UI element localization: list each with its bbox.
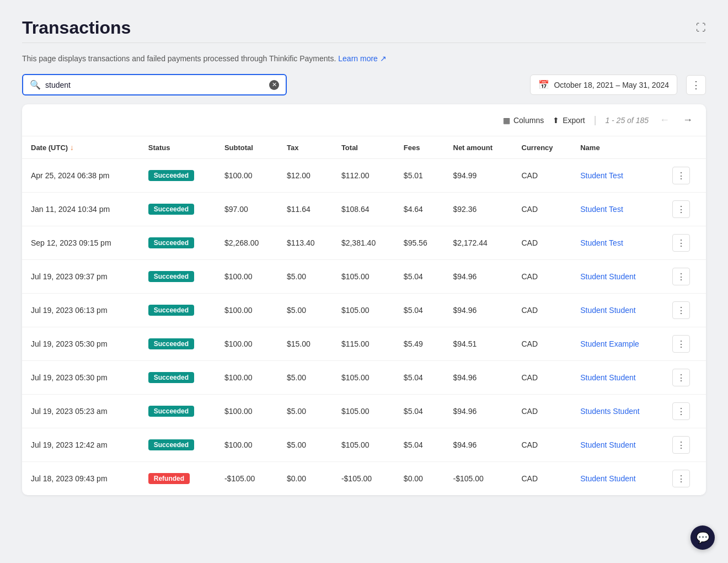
search-icon: 🔍 (30, 79, 41, 90)
row-more-button[interactable]: ⋮ (672, 470, 690, 487)
cell-net: $2,172.44 (445, 226, 513, 260)
prev-page-button[interactable]: ← (657, 113, 672, 127)
name-link[interactable]: Student Example (580, 339, 639, 348)
cell-tax: $5.00 (278, 294, 333, 327)
row-more-button[interactable]: ⋮ (672, 200, 690, 218)
name-link[interactable]: Student Test (580, 171, 623, 180)
cell-fees: $0.00 (395, 462, 445, 496)
cell-name: Student Student (571, 294, 663, 327)
col-net[interactable]: Net amount (445, 136, 513, 159)
row-more-button[interactable]: ⋮ (672, 369, 690, 386)
cell-tax: $113.40 (278, 226, 333, 260)
table-row: Jan 11, 2024 10:34 pm Succeeded $97.00 $… (22, 193, 706, 226)
col-currency[interactable]: Currency (513, 136, 572, 159)
status-badge: Succeeded (148, 338, 194, 349)
name-link[interactable]: Student Test (580, 205, 623, 214)
cell-currency: CAD (513, 327, 572, 361)
cell-status: Refunded (140, 462, 216, 496)
export-button[interactable]: ⬆ Export (553, 116, 585, 125)
search-box[interactable]: 🔍 ✕ (22, 74, 287, 95)
cell-date: Jul 18, 2023 09:43 pm (22, 462, 140, 496)
name-link[interactable]: Student Student (580, 306, 635, 315)
cell-subtotal: $100.00 (216, 428, 278, 462)
cell-actions: ⋮ (663, 260, 706, 294)
row-more-button[interactable]: ⋮ (672, 301, 690, 319)
col-date[interactable]: Date (UTC) ↓ (22, 136, 140, 159)
cell-total: $105.00 (333, 395, 395, 428)
cell-subtotal: $97.00 (216, 193, 278, 226)
row-more-button[interactable]: ⋮ (672, 268, 690, 285)
date-range-more-button[interactable]: ⋮ (686, 75, 706, 95)
cell-date: Jul 19, 2023 12:42 am (22, 428, 140, 462)
row-more-button[interactable]: ⋮ (672, 436, 690, 454)
cell-actions: ⋮ (663, 226, 706, 260)
col-subtotal[interactable]: Subtotal (216, 136, 278, 159)
col-status[interactable]: Status (140, 136, 216, 159)
name-link[interactable]: Student Student (580, 474, 635, 483)
cell-total: $105.00 (333, 260, 395, 294)
status-badge: Succeeded (148, 372, 194, 383)
chat-bubble-button[interactable]: 💬 (690, 525, 715, 550)
toolbar-separator: | (594, 114, 597, 126)
cell-subtotal: $100.00 (216, 395, 278, 428)
transactions-table: Date (UTC) ↓ Status Subtotal Tax Total F… (22, 136, 706, 495)
page-title: Transactions (22, 18, 131, 38)
row-more-button[interactable]: ⋮ (672, 402, 690, 420)
cell-actions: ⋮ (663, 462, 706, 496)
cell-actions: ⋮ (663, 193, 706, 226)
cell-currency: CAD (513, 428, 572, 462)
cell-status: Succeeded (140, 428, 216, 462)
date-range-picker[interactable]: 📅 October 18, 2021 – May 31, 2024 (530, 75, 677, 95)
cell-name: Student Example (571, 327, 663, 361)
cell-fees: $5.04 (395, 294, 445, 327)
cell-fees: $95.56 (395, 226, 445, 260)
cell-date: Jul 19, 2023 05:30 pm (22, 327, 140, 361)
cell-status: Succeeded (140, 193, 216, 226)
cell-currency: CAD (513, 226, 572, 260)
row-more-button[interactable]: ⋮ (672, 167, 690, 184)
cell-total: $105.00 (333, 428, 395, 462)
cell-total: $112.00 (333, 159, 395, 193)
cell-date: Jul 19, 2023 06:13 pm (22, 294, 140, 327)
name-link[interactable]: Student Test (580, 238, 623, 247)
calendar-icon: 📅 (538, 79, 549, 90)
col-name[interactable]: Name (571, 136, 663, 159)
cell-total: $105.00 (333, 294, 395, 327)
cell-tax: $0.00 (278, 462, 333, 496)
expand-icon[interactable]: ⛶ (696, 22, 706, 34)
cell-subtotal: $100.00 (216, 327, 278, 361)
cell-currency: CAD (513, 294, 572, 327)
cell-tax: $5.00 (278, 395, 333, 428)
col-total[interactable]: Total (333, 136, 395, 159)
cell-name: Student Test (571, 193, 663, 226)
cell-actions: ⋮ (663, 159, 706, 193)
cell-subtotal: $100.00 (216, 361, 278, 395)
columns-button[interactable]: ▦ Columns (503, 116, 544, 125)
cell-total: $108.64 (333, 193, 395, 226)
name-link[interactable]: Student Student (580, 373, 635, 382)
name-link[interactable]: Students Student (580, 407, 639, 416)
cell-total: $2,381.40 (333, 226, 395, 260)
col-fees[interactable]: Fees (395, 136, 445, 159)
cell-date: Jan 11, 2024 10:34 pm (22, 193, 140, 226)
row-more-button[interactable]: ⋮ (672, 335, 690, 353)
cell-total: -$105.00 (333, 462, 395, 496)
cell-fees: $5.04 (395, 260, 445, 294)
cell-subtotal: $100.00 (216, 159, 278, 193)
table-row: Jul 19, 2023 09:37 pm Succeeded $100.00 … (22, 260, 706, 294)
cell-net: $94.96 (445, 294, 513, 327)
clear-search-button[interactable]: ✕ (269, 80, 279, 90)
next-page-button[interactable]: → (681, 113, 695, 127)
cell-fees: $4.64 (395, 193, 445, 226)
row-more-button[interactable]: ⋮ (672, 234, 690, 252)
cell-net: $94.99 (445, 159, 513, 193)
name-link[interactable]: Student Student (580, 440, 635, 449)
learn-more-link[interactable]: Learn more ↗ (338, 54, 386, 63)
table-row: Apr 25, 2024 06:38 pm Succeeded $100.00 … (22, 159, 706, 193)
col-tax[interactable]: Tax (278, 136, 333, 159)
cell-net: $94.96 (445, 260, 513, 294)
name-link[interactable]: Student Student (580, 272, 635, 281)
search-input[interactable] (45, 81, 265, 89)
cell-status: Succeeded (140, 294, 216, 327)
cell-subtotal: -$105.00 (216, 462, 278, 496)
